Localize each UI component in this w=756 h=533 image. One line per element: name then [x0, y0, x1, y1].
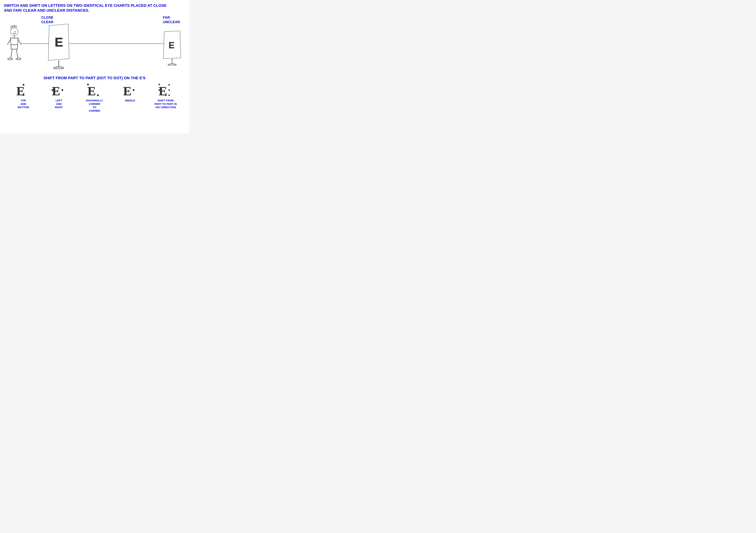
svg-text:E: E — [169, 40, 175, 50]
shift-instruction: SHIFT FROM PART TO PART (DOT TO DOT) ON … — [4, 76, 185, 80]
e-item-top-bottom: E TOP AND BOTTOM — [10, 83, 37, 109]
e-label-shift-all: SHIFT FROM PART TO PART IN ANY DIRECTION — [154, 99, 177, 109]
e-item-diagonal: E DIAGONALLY CORNER TO CORNER — [81, 83, 107, 112]
svg-text:E: E — [88, 84, 96, 97]
svg-point-18 — [23, 94, 24, 96]
far-eye-chart: E — [163, 31, 182, 67]
svg-point-26 — [133, 89, 134, 91]
svg-point-6 — [16, 58, 21, 60]
svg-text:E: E — [55, 35, 63, 49]
svg-point-31 — [169, 89, 170, 91]
svg-point-1 — [15, 31, 16, 32]
svg-text:E: E — [52, 84, 60, 97]
e-label-top-bottom: TOP AND BOTTOM — [18, 99, 29, 109]
e-diagonal-svg: E — [87, 83, 102, 97]
close-eye-chart: E — [46, 24, 72, 70]
page-title: SWITCH AND SHIFT ON LETTERS ON TWO IDENT… — [4, 3, 168, 13]
dashed-line — [21, 43, 174, 44]
svg-point-33 — [165, 94, 167, 96]
svg-point-5 — [8, 58, 13, 60]
svg-text:E: E — [123, 84, 131, 97]
stick-figure — [6, 25, 23, 64]
e-middle-svg: E — [122, 83, 138, 97]
svg-point-32 — [169, 94, 170, 96]
svg-point-15 — [168, 64, 176, 66]
e-top-bottom-svg: E — [15, 83, 31, 97]
e-left-right-svg: E — [51, 83, 67, 97]
e-label-left-right: LEFT AND RIGHT — [55, 99, 63, 109]
e-shift-all-svg: E — [158, 83, 174, 97]
svg-point-30 — [158, 89, 160, 91]
e-label-diagonal: DIAGONALLY CORNER TO CORNER — [86, 99, 103, 112]
svg-point-24 — [97, 94, 99, 96]
scene-area: CLOSE CLEAR FAR UNCLEAR — [4, 15, 185, 74]
e-demonstrations-row: E TOP AND BOTTOM E LEFT — [4, 83, 185, 112]
e-label-middle: MIDDLE — [125, 99, 135, 102]
svg-point-21 — [62, 89, 63, 91]
e-item-middle: E MIDDLE — [117, 83, 143, 102]
svg-point-11 — [53, 67, 64, 69]
svg-point-20 — [52, 89, 53, 91]
svg-line-3 — [11, 49, 12, 58]
svg-line-4 — [16, 49, 18, 58]
svg-point-29 — [169, 84, 170, 86]
e-item-left-right: E LEFT AND RIGHT — [46, 83, 72, 109]
svg-point-28 — [158, 84, 160, 85]
svg-point-17 — [23, 84, 24, 86]
far-unclear-label: FAR UNCLEAR — [163, 15, 180, 24]
svg-point-23 — [87, 84, 89, 85]
svg-point-0 — [11, 28, 18, 36]
e-item-shift-all: E SHIFT FROM PART TO PART IN ANY DIRECTI… — [152, 83, 179, 109]
close-clear-label: CLOSE CLEAR — [41, 15, 53, 24]
page: SWITCH AND SHIFT ON LETTERS ON TWO IDENT… — [0, 0, 189, 133]
